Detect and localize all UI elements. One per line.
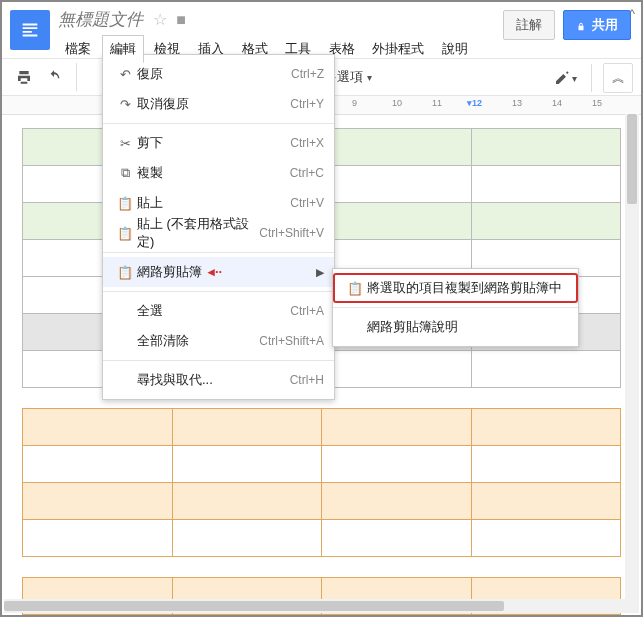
title-bar: 無標題文件 ☆ ■ 檔案 編輯 檢視 插入 格式 工具 表格 外掛程式 說明 註… [2,2,641,58]
menu-paste-plain[interactable]: 📋 貼上 (不套用格式設定) Ctrl+Shift+V [103,218,334,248]
menu-separator [103,291,334,292]
clipboard-icon: 📋 [343,281,367,296]
scrollbar-thumb[interactable] [627,114,637,204]
menu-separator [103,123,334,124]
menu-web-clipboard[interactable]: 📋 網路剪貼簿◂·· ▶ [103,257,334,287]
folder-icon[interactable]: ■ [176,11,186,28]
menu-copy[interactable]: ⧉ 複製 Ctrl+C [103,158,334,188]
menu-separator [103,252,334,253]
menu-separator [333,307,578,308]
menu-cut[interactable]: ✂ 剪下 Ctrl+X [103,128,334,158]
edit-menu-dropdown: ↶ 復原 Ctrl+Z ↷ 取消復原 Ctrl+Y ✂ 剪下 Ctrl+X ⧉ … [102,54,335,400]
menu-redo[interactable]: ↷ 取消復原 Ctrl+Y [103,89,334,119]
web-clipboard-icon: 📋 [113,265,137,280]
scrollbar-thumb[interactable] [4,601,504,611]
menu-paste[interactable]: 📋 貼上 Ctrl+V [103,188,334,218]
menu-separator [103,360,334,361]
horizontal-scrollbar[interactable] [4,599,625,613]
submenu-clipboard-help[interactable]: 網路剪貼簿說明 [333,312,578,342]
toolbar-separator [76,63,78,91]
vertical-scrollbar[interactable] [625,114,639,613]
ruler-mark: 10 [392,98,402,108]
window-caret-icon: ^ [629,6,635,21]
scissors-icon: ✂ [113,136,137,151]
comment-button[interactable]: 註解 [503,10,555,40]
star-icon[interactable]: ☆ [153,11,167,28]
submenu-arrow-icon: ▶ [316,266,324,279]
document-title[interactable]: 無標題文件 [58,8,143,31]
pencil-icon[interactable]: ▾ [551,64,579,92]
docs-logo-icon[interactable] [10,10,50,50]
share-label: 共用 [592,16,618,34]
ruler-mark: 13 [512,98,522,108]
menu-undo[interactable]: ↶ 復原 Ctrl+Z [103,59,334,89]
toolbar-separator [591,64,593,92]
submenu-copy-to-clipboard[interactable]: 📋 將選取的項目複製到網路剪貼簿中 [333,273,578,303]
copy-icon: ⧉ [113,165,137,181]
annotation-arrow-icon: ◂·· [208,264,222,279]
ruler-mark: 11 [432,98,442,108]
print-icon[interactable] [10,63,38,91]
menu-select-all[interactable]: 全選 Ctrl+A [103,296,334,326]
web-clipboard-submenu: 📋 將選取的項目複製到網路剪貼簿中 網路剪貼簿說明 [332,268,579,347]
share-button[interactable]: 共用 [563,10,631,40]
menu-edit[interactable]: 編輯 [102,35,144,63]
ruler-tabstop-icon[interactable]: ▾12 [467,98,482,108]
undo-icon[interactable] [40,63,68,91]
undo-icon: ↶ [113,67,137,82]
collapse-toolbar-icon[interactable]: ︽ [603,63,633,93]
ruler-mark: 9 [352,98,357,108]
table-2[interactable] [22,408,621,557]
clipboard-plain-icon: 📋 [113,226,137,241]
redo-icon: ↷ [113,97,137,112]
ruler-mark: 14 [552,98,562,108]
menu-clear-all[interactable]: 全部清除 Ctrl+Shift+A [103,326,334,356]
clipboard-icon: 📋 [113,196,137,211]
menu-find-replace[interactable]: 尋找與取代... Ctrl+H [103,365,334,395]
lock-icon [576,20,586,30]
ruler-mark: 15 [592,98,602,108]
